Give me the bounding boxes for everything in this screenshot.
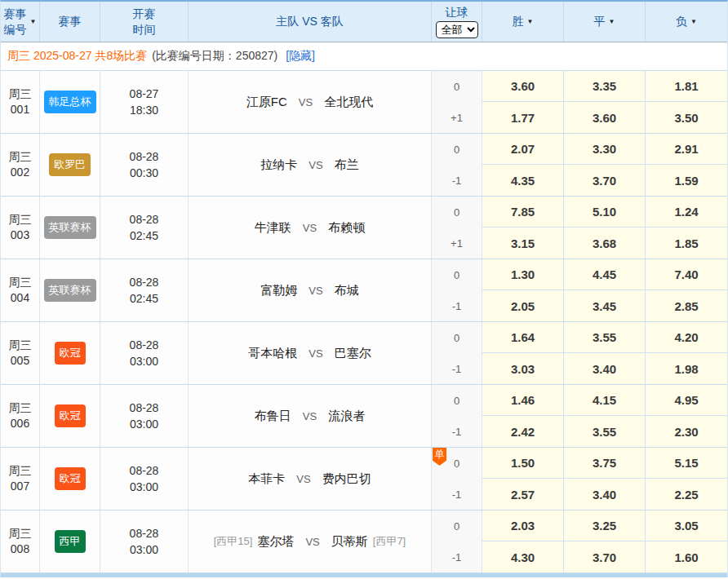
match-date: 08-27 [130,86,159,102]
home-team: 江原FC [246,95,287,110]
match-day: 周三 [9,86,32,102]
odds-draw[interactable]: 3.30 [564,134,646,165]
match-date: 08-28 [130,337,159,353]
handicap-cell: -1 [432,290,482,321]
odds-lose[interactable]: 1.81 [646,71,727,102]
match-number: 005 [11,353,29,369]
single-bet-badge: 单 [433,448,446,466]
draw-dropdown-icon[interactable]: ▼ [609,18,615,25]
odds-lose[interactable]: 1.24 [646,197,727,228]
header-draw[interactable]: 平 ▼ [564,2,646,42]
odds-win[interactable]: 7.85 [482,197,564,228]
hide-link[interactable]: [隐藏] [286,49,315,64]
vs-label: VS [303,222,317,234]
odds-draw[interactable]: 3.70 [564,165,646,196]
odds-lose[interactable]: 2.91 [646,134,727,165]
header-win[interactable]: 胜 ▼ [482,2,564,42]
header-win-label: 胜 [513,15,524,29]
odds-win[interactable]: 1.64 [482,322,564,353]
odds-win[interactable]: 2.57 [482,479,564,510]
match-number: 002 [11,165,29,180]
odds-line-0: 0 2.03 3.25 3.05 [432,510,727,541]
odds-draw[interactable]: 3.40 [564,479,646,510]
lose-dropdown-icon[interactable]: ▼ [690,18,697,25]
handicap-filter-select[interactable]: 全部 [436,21,478,38]
header-match-id[interactable]: 赛事 编号 ▼ [1,2,40,42]
odds-draw[interactable]: 3.70 [564,541,646,572]
win-dropdown-icon[interactable]: ▼ [527,18,534,25]
header-lose[interactable]: 负 ▼ [646,2,727,42]
handicap-value: 0 [454,520,459,533]
handicap-value: +1 [451,112,463,124]
odds-draw[interactable]: 3.35 [564,71,646,102]
odds-win[interactable]: 1.77 [482,102,564,133]
handicap-value: -1 [452,175,462,187]
odds-draw[interactable]: 3.25 [564,510,646,541]
header-league-label: 赛事 [59,15,82,29]
match-id: 周三 004 [1,259,40,321]
odds-win[interactable]: 1.50 [482,448,564,479]
league-badge: 英联赛杯 [44,279,96,302]
odds-win[interactable]: 4.35 [482,165,564,196]
odds-draw[interactable]: 5.10 [564,197,646,228]
away-team: 贝蒂斯 [331,534,368,550]
odds-draw[interactable]: 3.55 [564,322,646,353]
odds-line-0: 0 2.07 3.30 2.91 [432,134,727,165]
odds-draw[interactable]: 3.45 [564,290,646,321]
odds-win[interactable]: 2.42 [482,416,564,447]
odds-draw[interactable]: 3.68 [564,228,646,259]
odds-lose[interactable]: 1.60 [646,541,727,572]
odds-draw[interactable]: 3.55 [564,416,646,447]
match-day: 周三 [9,526,32,541]
handicap-value: 0 [454,395,459,407]
odds-lose[interactable]: 1.85 [646,228,727,259]
odds-draw[interactable]: 4.45 [564,259,646,290]
odds-lose[interactable]: 2.25 [646,479,727,510]
odds-line-1: +1 3.15 3.68 1.85 [432,228,727,259]
odds-draw[interactable]: 3.40 [564,353,646,384]
odds-lose[interactable]: 7.40 [646,259,727,290]
odds-win[interactable]: 2.05 [482,290,564,321]
odds-lose[interactable]: 2.85 [646,290,727,321]
sort-arrow-icon[interactable]: ▼ [30,18,37,25]
odds-line-1: -1 2.57 3.40 2.25 [432,479,727,510]
odds-win[interactable]: 1.46 [482,385,564,416]
odds-win[interactable]: 2.03 [482,510,564,541]
odds-lose[interactable]: 5.15 [646,448,727,479]
odds-win[interactable]: 1.30 [482,259,564,290]
odds-line-1: -1 3.03 3.40 1.98 [432,353,727,384]
match-date: 08-28 [130,525,159,541]
header-handicap: 让球 全部 [432,2,482,42]
odds-block: 单 0 1.50 3.75 5.15 -1 2.57 3.40 2.25 [432,448,727,510]
handicap-value: 0 [454,457,459,470]
odds-lose[interactable]: 3.50 [646,102,727,133]
odds-lose[interactable]: 1.98 [646,353,727,384]
odds-draw[interactable]: 4.15 [564,385,646,416]
odds-lose[interactable]: 2.30 [646,416,727,447]
odds-win[interactable]: 3.03 [482,353,564,384]
handicap-cell: -1 [432,541,482,572]
odds-lose[interactable]: 1.59 [646,165,727,196]
odds-win[interactable]: 3.60 [482,71,564,102]
league-badge: 欧冠 [55,342,86,365]
handicap-cell: -1 [432,479,482,510]
match-time: 08-28 00:30 [100,134,189,196]
odds-line-0: 0 7.85 5.10 1.24 [432,197,727,228]
match-date: 08-28 [130,462,159,479]
away-team: 全北现代 [324,95,373,110]
home-team: 富勒姆 [260,283,297,298]
handicap-cell: 0 [432,385,482,416]
odds-draw[interactable]: 3.75 [564,448,646,479]
odds-win[interactable]: 3.15 [482,228,564,259]
odds-draw[interactable]: 3.60 [564,102,646,133]
odds-win[interactable]: 2.07 [482,134,564,165]
match-row: 周三 001 韩足总杯 08-27 18:30 江原FC VS 全北现代 0 3… [1,71,727,134]
header-handicap-label: 让球 [446,5,468,20]
odds-lose[interactable]: 4.20 [646,322,727,353]
teams-cell: 江原FC VS 全北现代 [189,71,432,133]
league-badge: 西甲 [55,530,86,553]
odds-win[interactable]: 4.30 [482,541,564,572]
odds-lose[interactable]: 4.95 [646,385,727,416]
odds-lose[interactable]: 3.05 [646,510,727,541]
match-date: 08-28 [130,274,159,290]
